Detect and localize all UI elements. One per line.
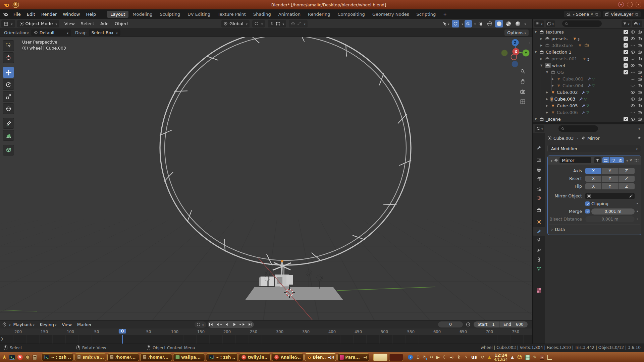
expand-icon[interactable] [540,44,545,47]
dictionary-tray-icon[interactable]: a [540,355,544,360]
flip-x-button[interactable]: X [585,183,601,189]
flip-y-button[interactable]: Y [602,183,618,189]
tab-layout[interactable]: Layout [107,11,128,18]
blender-menu-icon[interactable] [3,11,8,17]
orientation-dropdown[interactable]: Default [31,29,71,36]
render-camera-toggle-disabled[interactable] [638,77,642,81]
wifi-icon[interactable] [480,355,485,360]
expand-icon[interactable] [540,64,545,67]
sidebar-collapse-arrow[interactable]: ‹ [529,41,531,45]
outliner-row-cube-004[interactable]: Cube.004 [533,82,644,89]
gizmo-axis-neg-y[interactable] [501,50,508,56]
keyboard-layout-indicator[interactable]: us [471,355,477,360]
tab-uv-editing[interactable]: UV Editing [184,11,214,18]
night-light-icon[interactable]: ☾ [443,355,447,360]
menu-render[interactable]: Render [38,11,60,18]
jump-to-start-button[interactable] [208,321,215,328]
exclude-checkbox[interactable] [624,57,628,61]
tab-texture[interactable] [533,286,545,295]
outliner-row-cube-001[interactable]: Cube.001 [533,75,644,82]
pivot-point-dropdown[interactable] [252,20,265,27]
outliner-row-collection-1[interactable]: Collection 1 [533,49,644,55]
terminal-launcher-icon[interactable]: >_ [9,355,15,360]
files-launcher-icon[interactable] [33,355,37,360]
toggle-realtime-display[interactable] [610,157,617,163]
tab-shading[interactable]: Shading [250,11,274,18]
perspective-toggle-button[interactable] [520,99,526,105]
outliner-search-input[interactable] [562,20,602,27]
expand-icon[interactable] [535,51,539,54]
tool-measure[interactable] [3,130,14,141]
tab-object[interactable] [533,218,545,226]
tab-collection[interactable] [533,205,545,214]
timeline-expand-arrow[interactable]: ❯ [1,337,3,341]
exclude-checkbox[interactable] [624,70,628,74]
render-camera-toggle[interactable] [638,104,642,108]
usb-icon[interactable] [464,355,468,359]
outliner-filter-button[interactable] [622,20,631,27]
window-close-button[interactable]: ✕ [636,2,641,7]
ink-tray-icon[interactable]: ✎ [533,355,537,360]
hide-eye-toggle[interactable] [630,70,635,75]
taskbar-window-smb[interactable]: smb://a... [74,353,106,361]
menu-view[interactable]: View [61,20,78,27]
properties-options-dropdown[interactable] [637,126,640,131]
tab-compositing[interactable]: Compositing [334,11,368,18]
unlink-icon[interactable]: ✕ [591,12,593,16]
tab-modifiers-active[interactable] [533,227,545,236]
calculator-tray-icon[interactable] [525,355,530,360]
tab-physics[interactable] [533,246,545,254]
viewlayer-selector[interactable]: ViewLayer [603,11,641,17]
hide-eye-toggle[interactable] [630,90,635,95]
prev-frame-button[interactable] [223,321,231,328]
editor-type-dropdown[interactable] [1,20,15,27]
render-camera-toggle[interactable] [638,30,642,34]
merge-value-field[interactable]: 0.001 m [591,208,635,215]
overlays-dropdown[interactable] [473,21,476,26]
outliner-row-3dtexture[interactable]: 3dtexture [533,42,644,49]
timeline-ruler[interactable]: -200 -150 -100 -50 0 50 100 150 200 250 … [0,328,532,335]
tool-select-box[interactable] [3,40,14,51]
bisect-x-button[interactable]: X [585,176,601,182]
menu-object[interactable]: Object [112,20,132,27]
taskbar-window-zsh[interactable]: >_~ : zsh ... [42,353,73,361]
xray-toggle[interactable] [477,20,484,27]
media-launcher-icon[interactable] [25,355,30,360]
tab-view-layer[interactable] [533,175,545,183]
taskbar-window-home-1[interactable]: /home/... [107,353,139,361]
expand-icon[interactable] [546,91,550,94]
tool-move[interactable] [3,67,14,78]
menu-select[interactable]: Select [78,20,97,27]
desktop-1[interactable] [373,354,387,361]
tab-geometry-nodes[interactable]: Geometry Nodes [369,11,413,18]
menu-keying[interactable]: Keying [37,321,59,328]
render-camera-toggle[interactable] [638,37,642,41]
scene-selector[interactable]: Scene ✕ [564,11,601,17]
hide-eye-toggle[interactable] [630,50,635,55]
menu-add[interactable]: Add [97,20,112,27]
merge-checkbox[interactable] [585,209,590,214]
render-camera-toggle[interactable] [638,43,642,48]
exclude-checkbox[interactable] [624,30,628,34]
play-tray-icon[interactable]: ▶ [436,355,440,360]
render-camera-toggle[interactable] [638,117,642,121]
timeline-editor-dropdown[interactable] [2,322,11,327]
gizmo-axis-neg-z[interactable] [512,61,518,67]
taskbar-window-blender-active[interactable]: Blen...◄))) [305,353,336,361]
expand-icon[interactable] [535,118,539,121]
tab-particles[interactable] [533,236,545,244]
data-subpanel-toggle[interactable]: Data [549,225,640,233]
properties-editor-dropdown[interactable] [535,125,544,132]
hide-eye-toggle[interactable] [630,43,635,48]
menu-playback[interactable]: Playback [11,321,37,328]
empty-object[interactable] [317,275,323,289]
clipping-checkbox[interactable] [585,201,590,206]
options-button[interactable]: Options [504,29,529,36]
mode-dropdown[interactable]: Object Mode [17,20,59,27]
exclude-checkbox[interactable] [624,43,628,48]
menu-marker[interactable]: Marker [74,321,94,328]
shading-material-button[interactable] [504,20,513,27]
emoji-tray-icon[interactable]: ☺ [517,354,523,360]
wheel-outer-rim[interactable] [160,31,411,265]
outliner-row-cube-003-active[interactable]: Cube.003 [533,96,644,102]
